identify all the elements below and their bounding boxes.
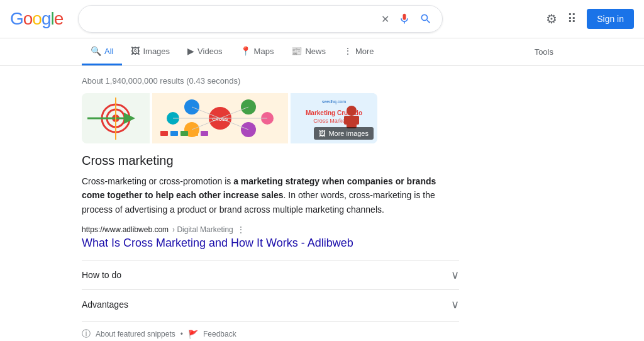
more-images-button[interactable]: 🖼 More images	[314, 127, 374, 140]
videos-tab-icon: ▶	[187, 46, 194, 56]
feedback-icon: 🚩	[188, 330, 198, 339]
svg-text:seedhq.com: seedhq.com	[322, 99, 346, 104]
image-2[interactable]: CROSS	[152, 93, 288, 143]
about-text[interactable]: About featured snippets	[96, 330, 175, 338]
chevron-down-icon-1: ∨	[451, 298, 459, 311]
tab-videos[interactable]: ▶ Videos	[179, 38, 231, 65]
tab-maps[interactable]: 📍 Maps	[231, 38, 283, 65]
tab-more-label: More	[355, 47, 374, 56]
nav-tabs: 🔍 All 🖼 Images ▶ Videos 📍 Maps 📰 News ⋮ …	[0, 38, 644, 66]
chevron-down-icon-0: ∨	[451, 268, 459, 282]
accordion-how-to-do-label: How to do	[82, 270, 121, 280]
svg-rect-32	[354, 116, 359, 125]
svg-rect-24	[201, 131, 208, 136]
snippet-text-part1: Cross-marketing or cross-promotion is	[82, 176, 233, 186]
snippet-text: Cross-marketing or cross-promotion is a …	[82, 174, 459, 216]
accordion-advantages-label: Advantages	[82, 299, 128, 310]
source-breadcrumb: › Digital Marketing	[172, 225, 233, 234]
all-tab-icon: 🔍	[91, 46, 101, 56]
maps-tab-icon: 📍	[240, 46, 251, 56]
images-tab-icon: 🖼	[131, 46, 140, 56]
search-button[interactable]	[418, 11, 433, 26]
tab-videos-label: Videos	[197, 47, 223, 56]
header-right: ⚙ ⠿ Sign in	[546, 9, 634, 29]
image-1[interactable]	[82, 93, 150, 143]
results-count: About 1,940,000,000 results (0.43 second…	[82, 71, 484, 93]
tab-images[interactable]: 🖼 Images	[122, 38, 179, 65]
svg-rect-20	[160, 131, 168, 136]
voice-search-button[interactable]	[397, 11, 412, 26]
more-images-label: More images	[328, 130, 369, 137]
accordion-how-to-do[interactable]: How to do ∨	[82, 260, 459, 289]
tab-more[interactable]: ⋮ More	[335, 38, 383, 65]
info-icon: ⓘ	[82, 328, 91, 340]
source-url: https://www.adlibweb.com › Digital Marke…	[82, 225, 484, 234]
settings-icon[interactable]: ⚙	[546, 11, 557, 26]
apps-icon[interactable]: ⠿	[567, 11, 577, 26]
tab-news-label: News	[305, 47, 326, 56]
tab-images-label: Images	[143, 47, 170, 56]
feedback-text[interactable]: Feedback	[203, 330, 236, 338]
source-link[interactable]: What Is Cross Marketing and How It Works…	[82, 237, 484, 250]
search-bar: cross marketing ✕	[78, 5, 443, 33]
tab-all[interactable]: 🔍 All	[82, 38, 122, 65]
image-row[interactable]: CROSS	[82, 93, 377, 143]
main-content: About 1,940,000,000 results (0.43 second…	[0, 66, 566, 341]
snippet-title: Cross marketing	[82, 154, 484, 168]
source-domain: https://www.adlibweb.com	[82, 225, 169, 234]
sign-in-button[interactable]: Sign in	[587, 9, 634, 29]
search-icons: ✕	[380, 11, 433, 26]
svg-rect-21	[170, 131, 178, 136]
about-row: ⓘ About featured snippets • 🚩 Feedback	[82, 321, 459, 341]
source-options-button[interactable]: ⋮	[237, 225, 245, 234]
tools-tab[interactable]: Tools	[526, 40, 562, 64]
image-3[interactable]: seedhq.com Marketing Cruzado Cross Marke…	[291, 93, 377, 143]
header: Google cross marketing ✕ ⚙ ⠿ Sign in	[0, 0, 644, 38]
more-tab-icon: ⋮	[343, 46, 352, 56]
svg-rect-23	[191, 131, 198, 136]
accordion-advantages[interactable]: Advantages ∨	[82, 289, 459, 319]
more-images-icon: 🖼	[319, 130, 326, 137]
clear-button[interactable]: ✕	[380, 12, 391, 26]
tab-news[interactable]: 📰 News	[282, 38, 335, 65]
svg-point-29	[347, 106, 357, 116]
about-separator: •	[180, 330, 183, 338]
svg-rect-31	[344, 116, 349, 125]
tab-all-label: All	[104, 47, 113, 56]
svg-rect-22	[180, 131, 188, 136]
tab-maps-label: Maps	[254, 47, 274, 56]
search-input[interactable]: cross marketing	[87, 13, 380, 25]
news-tab-icon: 📰	[291, 46, 302, 56]
google-logo[interactable]: Google	[10, 9, 63, 29]
